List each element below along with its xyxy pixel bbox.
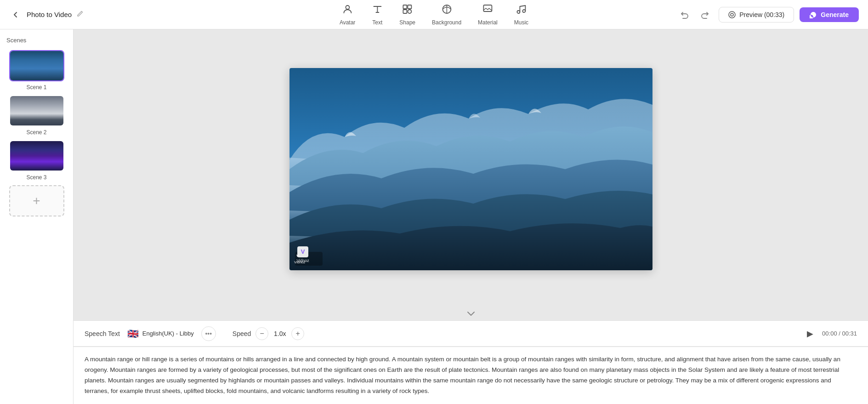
text-label: Text: [372, 19, 382, 26]
background-label: Background: [432, 19, 461, 26]
scene-item-3[interactable]: Scene 3: [5, 140, 68, 181]
watermark-logo: V: [297, 246, 308, 257]
more-options-icon: •••: [205, 330, 212, 337]
chevron-down-bar[interactable]: [74, 308, 868, 320]
redo-button[interactable]: [698, 7, 713, 23]
material-label: Material: [478, 19, 498, 26]
add-scene-icon: +: [33, 193, 40, 208]
add-scene-button[interactable]: +: [9, 185, 64, 216]
project-title: Photo to Video: [27, 11, 72, 18]
script-area[interactable]: A mountain range or hill range is a seri…: [74, 347, 868, 404]
time-display: 00:00 / 00:31: [822, 330, 857, 337]
canvas-wrapper: V Vidnoz V Vidnoz: [74, 29, 868, 308]
svg-point-8: [517, 11, 520, 13]
language-name: English(UK) - Libby: [142, 330, 194, 337]
speed-section: Speed − 1.0x +: [233, 327, 304, 340]
toolbar: Photo to Video Avatar Text Shape: [0, 0, 868, 29]
canvas-area: V Vidnoz V Vidnoz Speech Text: [74, 29, 868, 404]
text-icon: [372, 4, 383, 17]
back-button[interactable]: [9, 8, 22, 21]
scene-item-2[interactable]: Scene 2: [5, 95, 68, 136]
shape-label: Shape: [399, 19, 415, 26]
toolbar-right: Preview (00:33) Generate: [676, 7, 859, 23]
scene-thumb-2[interactable]: [9, 95, 64, 126]
speed-value: 1.0x: [273, 330, 287, 337]
watermark: V Vidnoz: [297, 246, 309, 263]
music-label: Music: [514, 19, 528, 26]
preview-button[interactable]: Preview (00:33): [719, 7, 794, 23]
flag-icon: 🇬🇧: [127, 328, 139, 339]
tool-material[interactable]: Material: [470, 0, 506, 29]
avatar-icon: [342, 4, 353, 17]
playback-section: ▶ 00:00 / 00:31: [804, 327, 857, 340]
main-area: Scenes Scene 1 Scene 2 Scene 3 +: [0, 29, 868, 404]
speed-label: Speed: [233, 330, 251, 337]
scene-thumb-3[interactable]: [9, 140, 64, 171]
language-selector[interactable]: 🇬🇧 English(UK) - Libby: [127, 328, 194, 339]
more-options-button[interactable]: •••: [201, 326, 216, 341]
sidebar: Scenes Scene 1 Scene 2 Scene 3 +: [0, 29, 74, 404]
speed-minus-button[interactable]: −: [255, 327, 268, 340]
material-icon: [482, 4, 493, 17]
scene-label-1: Scene 1: [26, 84, 46, 91]
scene-label-2: Scene 2: [26, 129, 46, 136]
play-icon: ▶: [807, 329, 813, 339]
scene-label-3: Scene 3: [26, 174, 46, 181]
undo-button[interactable]: [676, 7, 692, 23]
avatar-label: Avatar: [340, 19, 355, 26]
speed-plus-button[interactable]: +: [291, 327, 304, 340]
svg-point-4: [408, 10, 412, 13]
generate-label: Generate: [821, 11, 849, 18]
svg-rect-2: [408, 5, 412, 9]
tool-music[interactable]: Music: [506, 0, 537, 29]
svg-point-10: [729, 11, 735, 18]
scene-thumb-1[interactable]: [9, 50, 64, 81]
speech-bar: Speech Text 🇬🇧 English(UK) - Libby ••• S…: [74, 320, 868, 346]
scene-canvas: V Vidnoz: [289, 68, 652, 270]
watermark-text: Vidnoz: [297, 258, 309, 263]
music-icon: [516, 4, 527, 17]
svg-point-0: [346, 6, 349, 9]
minus-icon: −: [260, 330, 264, 338]
tool-avatar[interactable]: Avatar: [331, 0, 363, 29]
bottom-area: Speech Text 🇬🇧 English(UK) - Libby ••• S…: [74, 320, 868, 404]
speed-control: − 1.0x +: [255, 327, 304, 340]
svg-rect-3: [403, 10, 407, 13]
speech-text-label: Speech Text: [85, 330, 120, 337]
scenes-label: Scenes: [5, 37, 68, 44]
canvas-image: V Vidnoz V Vidnoz: [289, 68, 652, 270]
plus-icon: +: [296, 330, 300, 338]
edit-icon[interactable]: [76, 10, 84, 19]
background-icon: [441, 4, 452, 17]
play-button[interactable]: ▶: [804, 327, 817, 340]
toolbar-center: Avatar Text Shape Background Material: [331, 0, 537, 29]
svg-rect-1: [403, 5, 407, 9]
tool-shape[interactable]: Shape: [391, 0, 424, 29]
tool-text[interactable]: Text: [363, 0, 391, 29]
svg-rect-7: [483, 5, 492, 11]
toolbar-left: Photo to Video: [9, 8, 84, 21]
svg-point-11: [731, 13, 733, 16]
script-text: A mountain range or hill range is a seri…: [85, 354, 857, 397]
preview-label: Preview (00:33): [739, 11, 784, 18]
generate-button[interactable]: Generate: [800, 7, 859, 22]
scene-item-1[interactable]: Scene 1: [5, 50, 68, 91]
shape-icon: [402, 4, 413, 17]
tool-background[interactable]: Background: [424, 0, 470, 29]
chevron-down-icon: [466, 310, 476, 319]
